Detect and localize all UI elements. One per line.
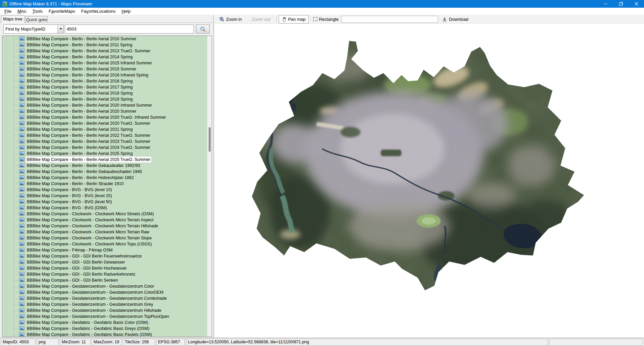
- tree-item[interactable]: BBBike Map Compare - Geodatenzentrum - G…: [2, 301, 207, 307]
- map-layer-icon: [19, 73, 24, 77]
- tree-scrollbar-thumb[interactable]: [209, 127, 211, 152]
- tree-item[interactable]: BBBike Map Compare - BVG - BVG (level 10…: [2, 187, 207, 193]
- tree-item[interactable]: BBBike Map Compare - BVG - BVG (OSM): [2, 205, 207, 211]
- close-icon: [635, 2, 638, 6]
- tree-item[interactable]: BBBike Map Compare - Berlin - Berlin Aer…: [2, 108, 207, 114]
- tree-connector: [14, 135, 19, 136]
- tab-maps-tree[interactable]: Maps tree: [1, 15, 24, 23]
- tree-item-label: BBBike Map Compare - Berlin - Berlin Aer…: [26, 66, 138, 72]
- tree-item[interactable]: BBBike Map Compare - Berlin - Berlin Geb…: [2, 163, 207, 169]
- rectangle-select-button[interactable]: Rectangle: [313, 17, 339, 22]
- tree-item[interactable]: BBBike Map Compare - Geodatenzentrum - G…: [2, 313, 207, 320]
- pan-map-button-active[interactable]: Pan map: [279, 15, 309, 23]
- tree-item[interactable]: BBBike Map Compare - Berlin - Berlin Aer…: [2, 114, 207, 120]
- find-by-dropdown[interactable]: Find by MapsTypeID: [3, 24, 64, 34]
- tree-item[interactable]: BBBike Map Compare - Clockwork - Clockwo…: [2, 235, 207, 241]
- tree-item[interactable]: BBBike Map Compare - GDI - GDI Berlin Fe…: [2, 253, 207, 259]
- tree-item[interactable]: BBBike Map Compare - Berlin - Berlin Aer…: [2, 126, 207, 132]
- map-preview-area[interactable]: [215, 24, 644, 338]
- tree-item-label: BBBike Map Compare - Berlin - Berlin Geb…: [26, 169, 143, 175]
- tree-item[interactable]: BBBike Map Compare - F4map - F4map OSM: [2, 247, 207, 253]
- chevron-down-icon: [59, 28, 62, 30]
- tree-item[interactable]: BBBike Map Compare - Clockwork - Clockwo…: [2, 211, 207, 217]
- status-cell: TileSize: 256: [123, 339, 155, 346]
- zoom-in-button[interactable]: Zoom in: [219, 17, 242, 22]
- tree-item-label: BBBike Map Compare - GDI - GDI Berlin Ge…: [26, 259, 126, 265]
- menu-misc[interactable]: Misc: [14, 8, 30, 14]
- tree-item-label: BBBike Map Compare - Berlin - Berlin Aer…: [26, 96, 133, 102]
- tree-item[interactable]: BBBike Map Compare - GDI - GDI Berlin Ho…: [2, 265, 207, 271]
- tree-scrollbar[interactable]: [207, 36, 212, 337]
- tree-item[interactable]: BBBike Map Compare - Clockwork - Clockwo…: [2, 223, 207, 229]
- tree-item[interactable]: BBBike Map Compare - Berlin - Berlin Aer…: [2, 84, 207, 90]
- tree-item[interactable]: BBBike Map Compare - Berlin - Berlin Aer…: [2, 72, 207, 78]
- tree-item[interactable]: BBBike Map Compare - Berlin - Berlin Aer…: [2, 120, 207, 126]
- restore-button[interactable]: [613, 0, 629, 8]
- tree-item[interactable]: BBBike Map Compare - Berlin - Berlin Aer…: [2, 102, 207, 108]
- map-layer-icon: [19, 127, 24, 131]
- tree-item[interactable]: BBBike Map Compare - Berlin - Berlin Aer…: [2, 66, 207, 72]
- tree-item[interactable]: BBBike Map Compare - Berlin - Berlin Aer…: [2, 132, 207, 138]
- minimize-button[interactable]: [598, 0, 613, 8]
- tree-item[interactable]: BBBike Map Compare - Berlin - Berlin Aer…: [2, 151, 207, 157]
- tree-connector: [14, 117, 19, 118]
- tree-item[interactable]: BBBike Map Compare - Geodatenzentrum - G…: [2, 307, 207, 313]
- download-button[interactable]: Download: [442, 17, 468, 22]
- tree-item[interactable]: BBBike Map Compare - Berlin - Berlin Aer…: [2, 96, 207, 102]
- menu-help[interactable]: Help: [118, 8, 133, 14]
- tree-item[interactable]: BBBike Map Compare - Berlin - Berlin Aer…: [2, 78, 207, 84]
- tree-item[interactable]: BBBike Map Compare - Clockwork - Clockwo…: [2, 229, 207, 235]
- tree-item[interactable]: BBBike Map Compare - Berlin - Berlin Aer…: [2, 36, 207, 42]
- tree-connector: [14, 154, 19, 154]
- tab-quick-goto[interactable]: Quick goto: [25, 16, 48, 23]
- tree-item[interactable]: BBBike Map Compare - Berlin - Berlin Geb…: [2, 169, 207, 175]
- menu-favoritelocations[interactable]: FavoriteLocations: [78, 8, 119, 14]
- tree-item[interactable]: BBBike Map Compare - Berlin - Berlin Aer…: [2, 42, 207, 48]
- tree-connector: [14, 81, 19, 81]
- map-layer-icon: [19, 260, 24, 264]
- tree-item[interactable]: BBBike Map Compare - GDI - GDI Berlin Se…: [2, 277, 207, 283]
- menu-favoritemaps[interactable]: FavoriteMaps: [46, 8, 78, 14]
- tree-item[interactable]: BBBike Map Compare - Berlin - Berlin Aer…: [2, 138, 207, 145]
- search-button[interactable]: [196, 24, 210, 34]
- tree-item[interactable]: BBBike Map Compare - Berlin - Berlin Aer…: [2, 145, 207, 151]
- close-button[interactable]: [629, 0, 644, 8]
- tree-item[interactable]: BBBike Map Compare - Berlin - Berlin Aer…: [2, 60, 207, 66]
- tree-item-label: BBBike Map Compare - Berlin - Berlin Aer…: [26, 114, 167, 120]
- menu-tools[interactable]: Tools: [30, 8, 46, 14]
- tree-item[interactable]: BBBike Map Compare - Geofabric - Geofabr…: [2, 332, 207, 337]
- tab-row: Maps tree Quick goto: [0, 15, 213, 23]
- menu-file[interactable]: File: [1, 8, 14, 14]
- location-input[interactable]: [341, 16, 438, 23]
- berlin-aerial-map-image[interactable]: [250, 38, 585, 293]
- tree-item[interactable]: BBBike Map Compare - Clockwork - Clockwo…: [2, 241, 207, 247]
- tree-item[interactable]: BBBike Map Compare - Geodatenzentrum - G…: [2, 289, 207, 295]
- tree-item[interactable]: BBBike Map Compare - Geodatenzentrum - G…: [2, 283, 207, 289]
- tree-item[interactable]: BBBike Map Compare - BVG - BVG (level 20…: [2, 193, 207, 199]
- tree-item[interactable]: BBBike Map Compare - Clockwork - Clockwo…: [2, 217, 207, 223]
- tree-connector: [14, 141, 19, 142]
- tree-item[interactable]: BBBike Map Compare - Berlin - Berlin Aer…: [2, 54, 207, 60]
- tree-item[interactable]: BBBike Map Compare - Berlin - Berlin Str…: [2, 181, 207, 187]
- tree-connector: [14, 208, 19, 208]
- tree-item-label: BBBike Map Compare - Berlin - Berlin Aer…: [26, 42, 133, 48]
- tree-item[interactable]: BBBike Map Compare - BVG - BVG (level 50…: [2, 199, 207, 205]
- title-bar[interactable]: Offline Map Maker 8.371 - Maps Previewer: [0, 0, 644, 8]
- tree-item[interactable]: BBBike Map Compare - Berlin - Berlin Hob…: [2, 175, 207, 181]
- tree-item-label: BBBike Map Compare - Geodatenzentrum - G…: [26, 301, 154, 307]
- tree-connector: [14, 45, 19, 45]
- tree-item[interactable]: BBBike Map Compare - Berlin - Berlin Aer…: [2, 90, 207, 96]
- dropdown-arrow-button[interactable]: [57, 25, 63, 33]
- panel-divider[interactable]: [213, 15, 214, 338]
- tree-item-label: BBBike Map Compare - Berlin - Berlin Aer…: [26, 48, 151, 54]
- tree-item[interactable]: BBBike Map Compare - GDI - GDI Berlin Ra…: [2, 271, 207, 277]
- tree-item[interactable]: BBBike Map Compare - Geodatenzentrum - G…: [2, 295, 207, 301]
- tree-item[interactable]: BBBike Map Compare - Geofabric - Geofabr…: [2, 320, 207, 326]
- tree-item[interactable]: BBBike Map Compare - Berlin - Berlin Aer…: [2, 48, 207, 54]
- tree-item[interactable]: BBBike Map Compare - GDI - GDI Berlin Ge…: [2, 259, 207, 265]
- tree-item[interactable]: BBBike Map Compare - Geofabric - Geofabr…: [2, 326, 207, 332]
- tree-item[interactable]: BBBike Map Compare - Berlin - Berlin Aer…: [2, 157, 207, 163]
- tree-item-label: BBBike Map Compare - Berlin - Berlin Aer…: [26, 72, 149, 78]
- search-input[interactable]: [65, 24, 194, 34]
- restore-icon: [619, 2, 623, 6]
